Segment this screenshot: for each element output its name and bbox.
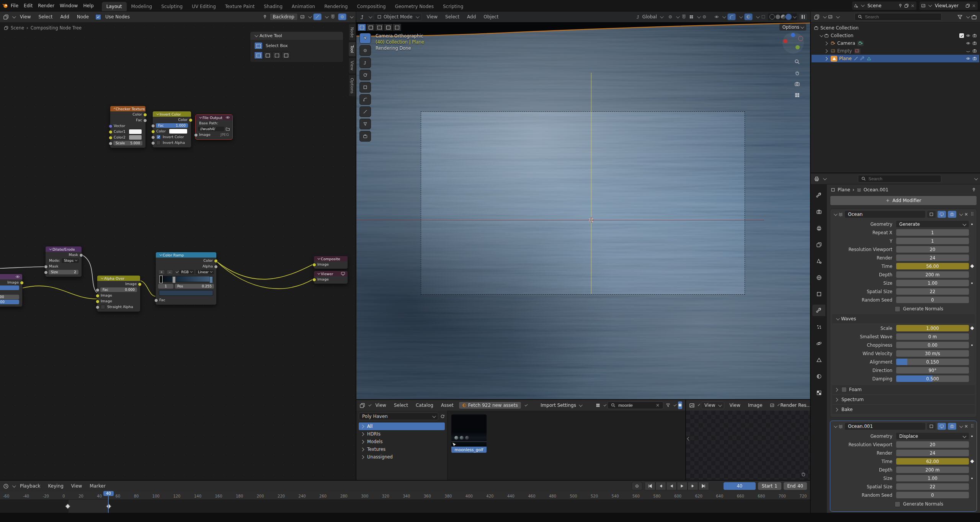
jump-to-start-button[interactable]	[645, 482, 655, 490]
select-mode-intersect[interactable]	[282, 52, 290, 59]
tab-material[interactable]	[812, 370, 825, 382]
collapse-region-arrow[interactable]	[687, 437, 691, 441]
select-mode-intersect[interactable]	[393, 24, 401, 31]
topbar-menu[interactable]: Render	[35, 2, 57, 9]
select-mode-subtract[interactable]	[384, 24, 392, 31]
outliner-row-collection[interactable]: Collection	[812, 32, 979, 39]
playhead[interactable]: 40	[108, 491, 109, 513]
pause-button[interactable]	[799, 14, 807, 20]
viewport-menu[interactable]: View	[424, 13, 440, 20]
editor-type-icon[interactable]	[689, 403, 695, 408]
editor-type-icon[interactable]	[814, 14, 820, 20]
zoom-icon[interactable]	[794, 59, 800, 65]
interpolation-dropdown[interactable]: Linear	[196, 270, 214, 274]
tab-render[interactable]	[812, 206, 825, 217]
node-wrangler-overlay-icon[interactable]	[313, 13, 322, 20]
tab-world[interactable]	[812, 272, 825, 283]
properties-options-chevron[interactable]	[974, 176, 978, 180]
display-mode-icon[interactable]	[828, 15, 833, 19]
tab-object[interactable]	[812, 288, 825, 300]
timeline-menu[interactable]: Playback	[17, 483, 43, 489]
close-icon[interactable]	[964, 424, 969, 429]
catalog-row[interactable]: Models	[359, 438, 445, 445]
realtime-toggle[interactable]	[938, 211, 946, 218]
new-scene-icon[interactable]	[904, 3, 909, 8]
viewport-menu[interactable]: Select	[443, 13, 462, 20]
collapse-chevron[interactable]	[834, 212, 838, 216]
ramp-stop-2[interactable]	[209, 276, 213, 283]
topbar-menu[interactable]: Help	[80, 2, 96, 9]
display-mode-icon[interactable]	[596, 403, 600, 408]
use-nodes-checkbox[interactable]: Use Nodes	[95, 14, 130, 20]
backdrop-button[interactable]: Backdrop	[270, 13, 298, 21]
image-editor-menu[interactable]: Image	[745, 402, 765, 409]
modifier-name-field[interactable]: Ocean	[845, 211, 925, 218]
xray-toggle-icon[interactable]	[761, 15, 766, 19]
property-field[interactable]: 22	[896, 288, 969, 295]
select-mode-new[interactable]	[366, 24, 375, 31]
sidebar-tab[interactable]: View	[348, 57, 356, 74]
property-field[interactable]: 1	[896, 229, 969, 236]
outliner-row-plane[interactable]: Plane	[812, 55, 979, 62]
tab-scene[interactable]	[812, 255, 825, 267]
property-field[interactable]: 22	[896, 483, 969, 490]
editor-type-icon[interactable]	[359, 14, 365, 20]
color-ramp-gradient[interactable]	[159, 276, 213, 282]
tool-select-box[interactable]	[359, 33, 371, 44]
editor-type-icon[interactable]	[3, 483, 9, 489]
extras-chevron[interactable]	[959, 212, 963, 216]
timeline-tracks[interactable]	[0, 500, 810, 513]
shading-rendered-icon[interactable]	[786, 15, 791, 19]
tool-cursor[interactable]	[359, 45, 371, 56]
object-visibility-icon[interactable]	[714, 15, 719, 19]
tool-scale[interactable]	[359, 82, 371, 93]
keyframe-decorator[interactable]	[969, 265, 975, 268]
node-canvas[interactable]: Scene › Compositing Node Tree ckle Image…	[0, 22, 356, 480]
catalog-row[interactable]: All	[359, 422, 445, 430]
ortho-toggle-icon[interactable]	[794, 92, 800, 98]
tab-particles[interactable]	[812, 321, 825, 333]
render-visibility-icon[interactable]	[972, 56, 977, 61]
asset-menu[interactable]: Catalog	[413, 402, 436, 409]
property-field[interactable]: 1.00	[896, 280, 969, 286]
asset-menu[interactable]: Select	[391, 402, 411, 409]
camera-view-icon[interactable]	[794, 81, 800, 87]
modifier-wrench-icon[interactable]	[860, 56, 865, 61]
hide-eye-icon[interactable]	[966, 41, 970, 46]
frame-start-field[interactable]: Start1	[758, 482, 781, 490]
render-visibility-icon[interactable]	[972, 41, 977, 46]
keyframe-decorator[interactable]	[969, 282, 975, 284]
outliner-row-scene-collection[interactable]: Scene Collection	[812, 24, 979, 32]
blender-logo-icon[interactable]	[2, 3, 8, 8]
active-tool-header[interactable]: Active Tool	[250, 32, 343, 40]
bake-subpanel-header[interactable]: Bake	[832, 405, 975, 414]
play-button[interactable]	[677, 482, 688, 490]
tab-object-data[interactable]	[812, 354, 825, 365]
viewlayer-name[interactable]: ViewLayer	[933, 3, 964, 8]
outliner-row-empty[interactable]: Empty	[812, 47, 979, 55]
hidden-eye-icon[interactable]	[966, 49, 970, 53]
viewport-menu[interactable]: Add	[464, 13, 479, 20]
workspace-tab[interactable]: Shading	[259, 2, 287, 11]
snap-magnet-icon[interactable]	[330, 14, 336, 20]
property-field[interactable]: 20	[896, 246, 969, 253]
animation-icon[interactable]	[854, 56, 858, 61]
node-color-ramp[interactable]: Color Ramp Color Alpha – RGB Linear 1	[155, 252, 217, 305]
catalog-row[interactable]: HDRIs	[359, 430, 445, 438]
close-icon[interactable]	[972, 3, 976, 8]
properties-search[interactable]	[858, 175, 941, 183]
render-toggle[interactable]	[948, 423, 956, 430]
image-mode-dropdown[interactable]: View	[701, 401, 724, 409]
outliner-search[interactable]	[854, 13, 942, 21]
snap-magnet-icon[interactable]	[681, 14, 687, 20]
expand-icon[interactable]	[824, 41, 828, 45]
property-field[interactable]: 0	[896, 492, 969, 498]
workspace-tab[interactable]: Sculpting	[157, 2, 187, 11]
compositor-menu[interactable]: View	[17, 13, 33, 20]
property-field[interactable]: 24	[896, 450, 969, 456]
property-field[interactable]: 90°	[896, 367, 969, 374]
stop-color-swatch[interactable]	[159, 290, 213, 296]
workspace-tab[interactable]: Rendering	[320, 2, 352, 11]
tool-rotate[interactable]	[359, 70, 371, 80]
tab-tool[interactable]	[812, 189, 825, 201]
